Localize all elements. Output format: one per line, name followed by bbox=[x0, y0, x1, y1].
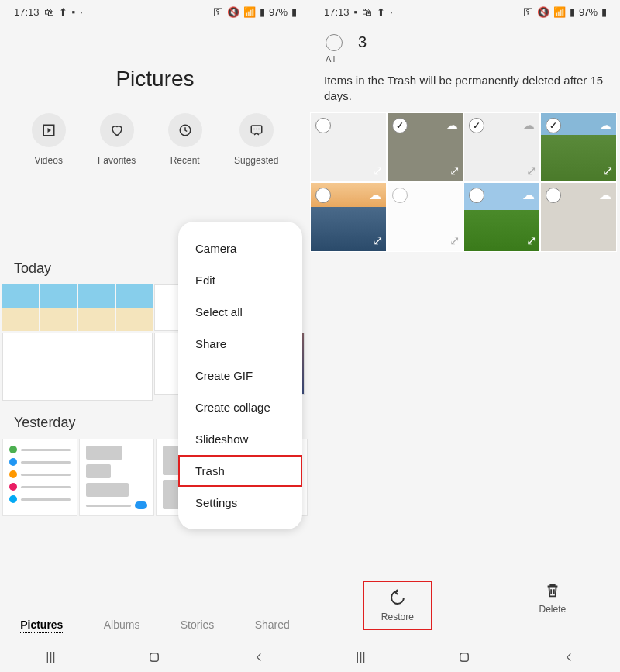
shopping-icon: 🛍 bbox=[362, 6, 372, 18]
svg-point-3 bbox=[253, 129, 255, 130]
menu-settings[interactable]: Settings bbox=[178, 487, 302, 519]
category-suggested[interactable]: Suggested bbox=[234, 113, 278, 166]
expand-icon: ⤢ bbox=[450, 164, 460, 178]
menu-select-all[interactable]: Select all bbox=[178, 296, 302, 328]
svg-rect-6 bbox=[150, 653, 159, 662]
status-bar: 17:13 🛍 ⬆ ▪ · ⚿ 🔇 📶 ▮ 97% ▮ bbox=[0, 0, 310, 24]
thumbnail[interactable] bbox=[78, 284, 115, 331]
battery-icon: ▮ bbox=[601, 6, 606, 18]
battery-text: 97% bbox=[579, 6, 597, 18]
item-checkbox-checked[interactable] bbox=[392, 118, 408, 133]
item-checkbox[interactable] bbox=[469, 188, 484, 203]
trash-item[interactable]: ☁ bbox=[540, 182, 617, 252]
signal-icon: ▮ bbox=[260, 6, 264, 18]
mute-icon: 🔇 bbox=[227, 6, 239, 18]
home-button[interactable] bbox=[147, 650, 161, 664]
selected-count: 3 bbox=[358, 33, 367, 51]
thumbnail[interactable] bbox=[2, 284, 39, 331]
wifi-icon: 📶 bbox=[553, 6, 565, 18]
recents-button[interactable]: ||| bbox=[46, 650, 55, 664]
right-phone-screen: 17:13 ▪ 🛍 ⬆ · ⚿ 🔇 📶 ▮ 97% ▮ 3 bbox=[310, 0, 620, 672]
item-checkbox[interactable] bbox=[392, 188, 408, 203]
status-time: 17:13 bbox=[324, 6, 350, 18]
trash-info-message: Items in the Trash will be permanently d… bbox=[310, 67, 620, 112]
thumbnail[interactable] bbox=[79, 439, 154, 516]
cloud-icon: ☁ bbox=[446, 118, 458, 133]
menu-slideshow[interactable]: Slideshow bbox=[178, 423, 302, 455]
vpn-icon: ⚿ bbox=[213, 6, 222, 18]
more-icon: · bbox=[80, 6, 83, 18]
expand-icon: ⤢ bbox=[373, 164, 383, 178]
item-checkbox[interactable] bbox=[315, 118, 331, 133]
delete-button[interactable]: Delete bbox=[539, 582, 566, 629]
vpn-icon: ⚿ bbox=[523, 6, 532, 18]
all-label: All bbox=[326, 54, 335, 64]
left-phone-screen: 17:13 🛍 ⬆ ▪ · ⚿ 🔇 📶 ▮ 97% ▮ Pictures Vid… bbox=[0, 0, 310, 672]
expand-icon: ⤢ bbox=[526, 233, 536, 248]
menu-create-gif[interactable]: Create GIF bbox=[178, 360, 302, 391]
tab-stories[interactable]: Stories bbox=[181, 619, 215, 633]
thumbnail[interactable] bbox=[2, 333, 153, 401]
item-checkbox-checked[interactable] bbox=[546, 118, 561, 133]
cloud-icon: ☁ bbox=[369, 188, 381, 202]
menu-share[interactable]: Share bbox=[178, 328, 302, 360]
cloud-icon: ☁ bbox=[599, 118, 611, 133]
page-title: Pictures bbox=[0, 67, 310, 91]
bottom-tabs: Pictures Albums Stories Shared bbox=[0, 609, 310, 643]
menu-trash[interactable]: Trash bbox=[178, 455, 302, 487]
status-bar: 17:13 ▪ 🛍 ⬆ · ⚿ 🔇 📶 ▮ 97% ▮ bbox=[310, 0, 620, 24]
trash-item[interactable]: ☁ ⤢ bbox=[540, 112, 617, 182]
battery-text: 97% bbox=[269, 6, 287, 18]
android-navbar: ||| bbox=[310, 643, 620, 672]
battery-icon: ▮ bbox=[291, 6, 296, 18]
expand-icon: ⤢ bbox=[450, 233, 460, 248]
svg-point-5 bbox=[258, 129, 260, 130]
restore-button[interactable]: Restore bbox=[364, 582, 431, 629]
status-time: 17:13 bbox=[14, 6, 40, 18]
trash-item[interactable]: ☁ ⤢ bbox=[310, 182, 387, 252]
category-favorites[interactable]: Favorites bbox=[98, 113, 136, 166]
menu-camera[interactable]: Camera bbox=[178, 233, 302, 264]
image-icon: ▪ bbox=[354, 6, 358, 18]
trash-icon bbox=[544, 582, 561, 599]
trash-item[interactable]: ⤢ bbox=[387, 182, 463, 252]
restore-icon bbox=[388, 588, 407, 607]
thumbnail[interactable] bbox=[40, 284, 77, 331]
thumbnail[interactable] bbox=[116, 284, 153, 331]
back-button[interactable] bbox=[563, 652, 574, 663]
category-videos[interactable]: Videos bbox=[32, 113, 66, 166]
menu-create-collage[interactable]: Create collage bbox=[178, 391, 302, 423]
trash-grid: ⤢ ☁ ⤢ ☁ ⤢ ☁ ⤢ ☁ ⤢ bbox=[310, 112, 620, 252]
android-navbar: ||| bbox=[0, 643, 310, 672]
overflow-menu: Camera Edit Select all Share Create GIF … bbox=[178, 222, 302, 529]
tab-albums[interactable]: Albums bbox=[104, 619, 140, 633]
trash-item[interactable]: ⤢ bbox=[310, 112, 387, 182]
trash-item[interactable]: ☁ ⤢ bbox=[463, 182, 540, 252]
category-recent[interactable]: Recent bbox=[168, 113, 202, 166]
item-checkbox[interactable] bbox=[315, 188, 331, 203]
recents-button[interactable]: ||| bbox=[356, 650, 365, 664]
category-row: Videos Favorites Recent Suggested bbox=[0, 91, 310, 180]
tab-pictures[interactable]: Pictures bbox=[20, 619, 63, 633]
cloud-icon: ☁ bbox=[522, 118, 535, 133]
action-bar: Restore Delete bbox=[310, 571, 620, 639]
cloud-icon: ☁ bbox=[522, 188, 535, 202]
mute-icon: 🔇 bbox=[537, 6, 549, 18]
expand-icon: ⤢ bbox=[603, 164, 613, 178]
item-checkbox-checked[interactable] bbox=[469, 118, 484, 133]
thumbnail[interactable] bbox=[2, 439, 78, 516]
select-all-checkbox[interactable] bbox=[326, 34, 343, 51]
cloud-icon: ☁ bbox=[599, 188, 611, 202]
signal-icon: ▮ bbox=[570, 6, 574, 18]
image-icon: ▪ bbox=[72, 6, 76, 18]
trash-item[interactable]: ☁ ⤢ bbox=[463, 112, 540, 182]
upload-icon: ⬆ bbox=[377, 6, 385, 18]
menu-edit[interactable]: Edit bbox=[178, 264, 302, 296]
wifi-icon: 📶 bbox=[243, 6, 255, 18]
home-button[interactable] bbox=[457, 650, 471, 664]
expand-icon: ⤢ bbox=[373, 233, 383, 248]
tab-shared[interactable]: Shared bbox=[255, 619, 290, 633]
trash-item[interactable]: ☁ ⤢ bbox=[387, 112, 463, 182]
item-checkbox[interactable] bbox=[546, 188, 561, 203]
back-button[interactable] bbox=[253, 652, 264, 663]
